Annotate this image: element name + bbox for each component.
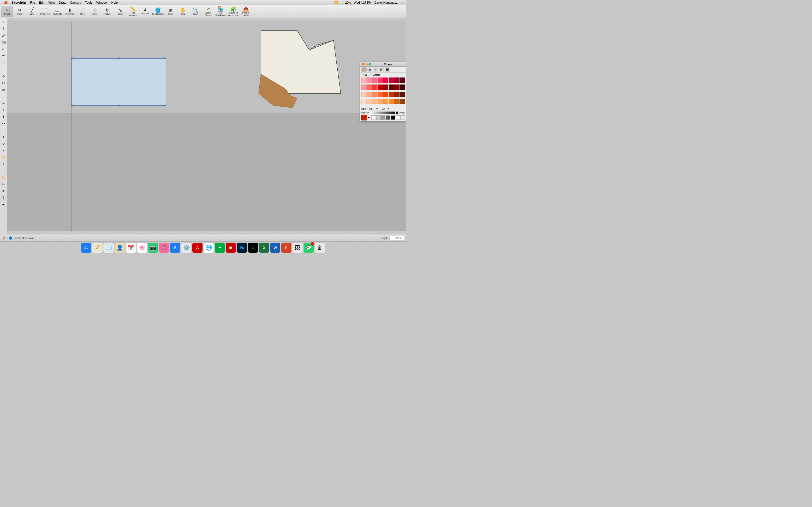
mini-swatch-darkgray[interactable] bbox=[386, 115, 390, 120]
sidebar-fly[interactable]: ✈ bbox=[0, 201, 7, 208]
extension-warehouse-tool-btn[interactable]: 🧩 Extension Warehouse bbox=[227, 6, 239, 17]
sidebar-polygon[interactable]: ⬡ bbox=[0, 80, 7, 86]
sidebar-line[interactable]: ╱ bbox=[0, 59, 7, 66]
color-cell-28[interactable] bbox=[383, 99, 389, 104]
menu-draw[interactable]: Draw bbox=[59, 1, 66, 4]
dock-artboard[interactable]: ◉ bbox=[226, 243, 236, 253]
opacity-slider[interactable] bbox=[370, 112, 398, 114]
send-to-layout-tool-btn[interactable]: 📤 Send to LayOut bbox=[240, 6, 252, 17]
sidebar-lookaround[interactable]: 👁 bbox=[0, 188, 7, 194]
mini-swatch-white[interactable] bbox=[371, 115, 376, 120]
dock-artstudio[interactable]: △ bbox=[192, 243, 203, 253]
dock-trash[interactable]: 🗑 bbox=[315, 243, 325, 253]
3d-warehouse-tool-btn[interactable]: 🏪 3D Warehouse bbox=[215, 6, 227, 17]
help-icon[interactable]: ❓ bbox=[2, 236, 6, 240]
dock-safari[interactable]: 🧭 bbox=[92, 243, 102, 253]
maximize-dot[interactable] bbox=[368, 63, 371, 65]
dock-mail[interactable]: ✉️ bbox=[103, 243, 114, 253]
search-icon[interactable]: 🔍 bbox=[400, 1, 404, 4]
color-cell-13[interactable] bbox=[389, 84, 394, 90]
mini-swatch-midgray[interactable] bbox=[381, 115, 386, 120]
canvas-area[interactable]: Colors 🎨 ▤ ✏ 🎞 ⬛ ↩ ⚙ 💉 Colors Color bbox=[7, 18, 406, 234]
dock-facetime[interactable]: 📷 bbox=[148, 243, 158, 253]
info-icon[interactable]: ℹ bbox=[6, 236, 8, 240]
sidebar-eraser[interactable]: ⌫ bbox=[0, 39, 7, 45]
move-tool-btn[interactable]: ✥ Move bbox=[89, 6, 101, 17]
text-tool-btn[interactable]: A Text Tool bbox=[139, 6, 151, 17]
sidebar-curve[interactable]: ∿ bbox=[0, 100, 7, 106]
dock-photos2[interactable]: 🖼 bbox=[292, 243, 303, 253]
rectangle-tool-btn[interactable]: ▭ Rectangle bbox=[51, 6, 63, 17]
dock-excel[interactable]: X bbox=[259, 243, 269, 253]
dock-photoshop[interactable]: Ps bbox=[237, 243, 247, 253]
color-cell-8[interactable] bbox=[361, 84, 367, 90]
close-dot[interactable] bbox=[362, 63, 364, 65]
color-cell-23[interactable] bbox=[400, 92, 405, 97]
color-cell-18[interactable] bbox=[372, 92, 377, 97]
undo-icon[interactable]: ↩ bbox=[361, 73, 364, 76]
menu-camera[interactable]: Camera bbox=[70, 1, 81, 4]
orbit-tool-btn[interactable]: ⊕ Orbit bbox=[164, 6, 176, 17]
sidebar-freehand[interactable]: 〜 bbox=[0, 53, 7, 59]
list-type-select[interactable]: List bbox=[380, 107, 390, 111]
color-cell-31[interactable] bbox=[400, 99, 405, 104]
dock-chrome[interactable]: 🌐 bbox=[203, 243, 214, 253]
sidebar-followme[interactable]: ↝ bbox=[0, 120, 7, 126]
tab-sliders[interactable]: ▤ bbox=[367, 67, 372, 72]
mini-swatch-offwhite[interactable] bbox=[400, 115, 405, 120]
gear-icon[interactable]: ⚙ bbox=[365, 73, 367, 76]
menu-view[interactable]: View bbox=[48, 1, 55, 4]
sidebar-move[interactable]: ✥ bbox=[0, 134, 7, 140]
mini-swatch-white2[interactable] bbox=[396, 115, 400, 120]
dock-photos[interactable]: 🌸 bbox=[137, 243, 147, 253]
length-value[interactable]: 50mm bbox=[390, 236, 404, 240]
menu-window[interactable]: Window bbox=[96, 1, 107, 4]
sidebar-protractor[interactable]: 📐 bbox=[0, 174, 7, 181]
sidebar-circle[interactable]: ○ bbox=[0, 93, 7, 100]
sidebar-scale[interactable]: ⤡ bbox=[0, 147, 7, 154]
color-cell-3[interactable] bbox=[378, 77, 383, 83]
menu-file[interactable]: File bbox=[30, 1, 35, 4]
color-cell-30[interactable] bbox=[394, 99, 400, 104]
dock-whatsapp[interactable]: 💬 3 bbox=[304, 243, 314, 253]
sidebar-pushpull[interactable]: ⬆ bbox=[0, 113, 7, 120]
pan-tool-btn[interactable]: ✋ Pan bbox=[177, 6, 189, 17]
sidebar-pie[interactable]: ◔ bbox=[0, 73, 7, 79]
rotate-tool-btn[interactable]: ↻ Rotate bbox=[101, 6, 114, 17]
color-type-select[interactable]: Color bbox=[367, 107, 379, 111]
color-cell-7[interactable] bbox=[400, 77, 405, 83]
dock-calendar[interactable]: 📅 bbox=[126, 243, 136, 253]
menu-tools[interactable]: Tools bbox=[85, 1, 92, 4]
sidebar-pencil[interactable]: ✏ bbox=[0, 46, 7, 52]
eyedropper-icon[interactable]: ✒ bbox=[368, 116, 371, 119]
dock-spotify[interactable]: ♫ bbox=[248, 243, 258, 253]
color-cell-14[interactable] bbox=[394, 84, 400, 90]
sidebar-section[interactable]: ✂ bbox=[0, 181, 7, 187]
color-cell-19[interactable] bbox=[378, 92, 383, 97]
sidebar-dim[interactable]: ↔ bbox=[0, 168, 7, 174]
pushpull-tool-btn[interactable]: ⬆ Push/Pull bbox=[64, 6, 76, 17]
current-color-swatch[interactable] bbox=[361, 115, 367, 120]
paint-bucket-tool-btn[interactable]: 🪣 Paint Bucket bbox=[152, 6, 164, 17]
color-cell-10[interactable] bbox=[372, 84, 377, 90]
color-cell-22[interactable] bbox=[394, 92, 400, 97]
select-tool-btn[interactable]: ↖ Select bbox=[1, 6, 13, 17]
minimize-dot[interactable] bbox=[365, 63, 367, 65]
color-cell-11[interactable] bbox=[378, 84, 383, 90]
tab-pencils[interactable]: ✏ bbox=[373, 67, 378, 72]
line-tool-btn[interactable]: ╱ Line bbox=[26, 6, 38, 17]
mini-swatch-lightgray[interactable] bbox=[376, 115, 380, 120]
color-cell-5[interactable] bbox=[389, 77, 394, 83]
tape-measure-tool-btn[interactable]: 📏 Tape Measure bbox=[126, 6, 139, 17]
color-dropper-icon[interactable]: 💉 bbox=[368, 73, 372, 76]
menu-help[interactable]: Help bbox=[111, 1, 118, 4]
dock-powerpoint[interactable]: P bbox=[281, 243, 292, 253]
color-cell-4[interactable] bbox=[383, 77, 389, 83]
color-cell-29[interactable] bbox=[389, 99, 394, 104]
zoom-extents-tool-btn[interactable]: ⤢ Zoom Extents bbox=[202, 6, 214, 17]
app-name[interactable]: SketchUp bbox=[12, 1, 26, 4]
color-cell-16[interactable] bbox=[361, 92, 367, 97]
sidebar-tape[interactable]: 📏 bbox=[0, 154, 7, 160]
tab-color-wheel[interactable]: 🎨 bbox=[361, 67, 367, 72]
sidebar-offset[interactable]: ⬜ bbox=[0, 127, 7, 133]
